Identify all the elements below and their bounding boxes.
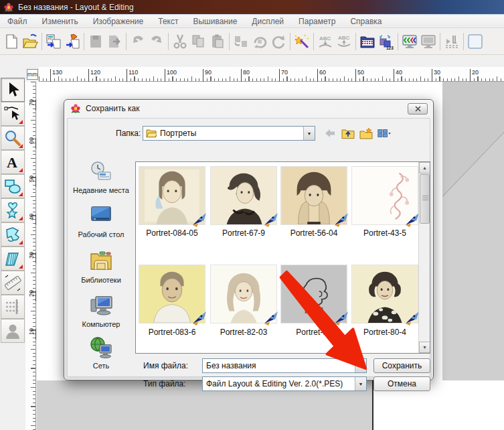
mirror-icon[interactable] <box>232 32 250 51</box>
filename-dropdown-button[interactable]: ▼ <box>355 359 366 372</box>
tool-manual-punch[interactable] <box>1 246 25 271</box>
new-document-icon[interactable] <box>2 32 21 51</box>
menu-text[interactable]: Текст <box>151 15 185 28</box>
tool-shapes[interactable] <box>1 174 25 198</box>
back-icon[interactable] <box>323 127 337 139</box>
file-thumbnail[interactable] <box>139 166 205 225</box>
sidebar-item-desktop[interactable]: Рабочий стол <box>69 204 133 239</box>
import-image-icon[interactable] <box>63 32 82 51</box>
dialog-body: Папка: Портреты ▼ Недавние места Рабочий… <box>67 118 430 377</box>
folder-icon <box>146 129 157 138</box>
file-name[interactable]: Portret-43-5 <box>349 228 420 238</box>
file-thumbnail[interactable] <box>351 166 418 225</box>
app-flower-icon <box>3 2 14 13</box>
file-thumbnail[interactable]: KEM LTD <box>280 265 347 324</box>
tool-sewing-attributes[interactable] <box>1 295 25 319</box>
toolbar-separator <box>440 33 440 50</box>
tool-freeform[interactable] <box>1 222 25 246</box>
stitch-library-icon[interactable] <box>358 32 377 51</box>
clipped-edge-icon[interactable] <box>466 32 485 51</box>
dialog-close-button[interactable] <box>408 103 428 115</box>
tool-zoom[interactable] <box>1 126 25 150</box>
new-folder-icon[interactable] <box>359 127 373 139</box>
file-name[interactable]: Portret-67-9 <box>208 228 279 238</box>
tool-flyout-indicator <box>19 168 23 172</box>
scroll-down-button[interactable]: ▼ <box>419 342 430 353</box>
scrollbar-thumb[interactable] <box>420 174 430 224</box>
folder-dropdown-button[interactable]: ▼ <box>303 127 315 140</box>
cancel-button[interactable]: Отмена <box>373 376 430 391</box>
app-window: Без названия - Layout & Editing Файл Изм… <box>0 0 504 430</box>
sidebar-item-recent[interactable]: Недавние места <box>69 160 133 195</box>
ruler-tick-label: 30 <box>434 69 440 76</box>
ruler-tick-label: 10 <box>28 326 35 337</box>
file-name[interactable]: Portret-56-04 <box>278 228 349 238</box>
menu-edit[interactable]: Изменить <box>35 15 86 28</box>
save-button[interactable]: Сохранить <box>373 358 430 373</box>
menu-option[interactable]: Параметр <box>291 15 343 28</box>
tool-portrait[interactable] <box>1 319 25 343</box>
filename-value[interactable]: Без названия <box>203 361 355 370</box>
file-thumbnail[interactable] <box>139 265 205 324</box>
view-menu-icon[interactable] <box>377 127 391 139</box>
file-thumbnail[interactable] <box>210 166 277 225</box>
tool-flyout-indicator <box>19 192 23 196</box>
file-name[interactable]: Portret-81 <box>278 328 349 337</box>
screen-view-icon[interactable] <box>419 32 438 51</box>
file-name[interactable]: Portret-084-05 <box>137 228 207 238</box>
filetype-value[interactable]: Файл Layout & Editing Ver. 2.0(*.PES) <box>203 379 355 388</box>
export-icon[interactable] <box>105 32 124 51</box>
rotate-icon[interactable] <box>250 32 269 51</box>
scroll-up-button[interactable]: ▲ <box>419 162 430 173</box>
sidebar-item-libraries[interactable]: Библиотеки <box>69 250 133 285</box>
realistic-view-icon[interactable] <box>400 32 419 51</box>
tool-text[interactable]: A <box>1 150 25 174</box>
file-name[interactable]: Portret-80-4 <box>349 328 420 337</box>
file-list[interactable]: Portret-084-05 Portret-67-9 <box>135 161 430 354</box>
text-arc-down-icon[interactable]: ABC <box>316 32 335 51</box>
redo-icon[interactable] <box>147 32 166 51</box>
tool-star-shapes[interactable] <box>1 198 25 222</box>
undo-icon[interactable] <box>129 32 147 51</box>
ruler-tick-label: 130 <box>52 69 62 76</box>
menu-image[interactable]: Изображение <box>86 15 151 28</box>
menu-display[interactable]: Дисплей <box>244 15 291 28</box>
sidebar-item-network[interactable]: Сеть <box>69 336 133 370</box>
sewing-machine-icon[interactable] <box>442 32 461 51</box>
sidebar-item-computer[interactable]: Компьютер <box>69 294 133 329</box>
file-name[interactable]: Portret-083-6 <box>137 328 207 337</box>
folder-combobox[interactable]: Портреты ▼ <box>143 126 315 141</box>
save-icon[interactable] <box>86 32 105 51</box>
ruler-tick-label: 120 <box>90 69 100 76</box>
open-file-icon[interactable] <box>21 32 39 51</box>
file-list-scrollbar[interactable]: ▲ ▼ <box>418 162 430 353</box>
copy-icon[interactable] <box>189 32 208 51</box>
paste-icon[interactable] <box>208 32 227 51</box>
tool-point-edit[interactable] <box>1 102 25 126</box>
file-name[interactable]: Portret-82-03 <box>208 328 279 337</box>
text-arc-up-icon[interactable]: ABC <box>335 32 353 51</box>
menu-sew[interactable]: Вышивание <box>185 15 244 28</box>
cut-icon[interactable] <box>171 32 189 51</box>
menu-help[interactable]: Справка <box>343 15 389 28</box>
toolbar-separator <box>168 33 169 50</box>
file-thumbnail[interactable] <box>351 265 418 324</box>
file-thumbnail[interactable] <box>210 265 277 324</box>
filetype-combobox[interactable]: Файл Layout & Editing Ver. 2.0(*.PES) ▼ <box>202 376 367 391</box>
tool-select[interactable] <box>1 78 25 102</box>
magic-wand-icon[interactable] <box>292 32 311 51</box>
ruler-tick-label: 40 <box>28 212 35 222</box>
dialog-title-bar[interactable]: Сохранить как <box>64 100 433 117</box>
refresh-icon[interactable] <box>269 32 288 51</box>
sewing-order-icon[interactable]: 123 <box>377 32 396 51</box>
ruler-tick-label: 20 <box>28 288 35 299</box>
file-thumbnail[interactable] <box>280 166 347 225</box>
import-design-icon[interactable] <box>44 32 63 51</box>
filetype-dropdown-button[interactable]: ▼ <box>355 377 366 390</box>
tool-measure[interactable] <box>1 271 25 295</box>
menu-file[interactable]: Файл <box>0 15 35 28</box>
svg-text:ABC: ABC <box>338 35 350 41</box>
dialog-flower-icon <box>70 103 81 114</box>
up-folder-icon[interactable] <box>341 127 355 139</box>
filename-combobox[interactable]: Без названия ▼ <box>202 358 367 373</box>
